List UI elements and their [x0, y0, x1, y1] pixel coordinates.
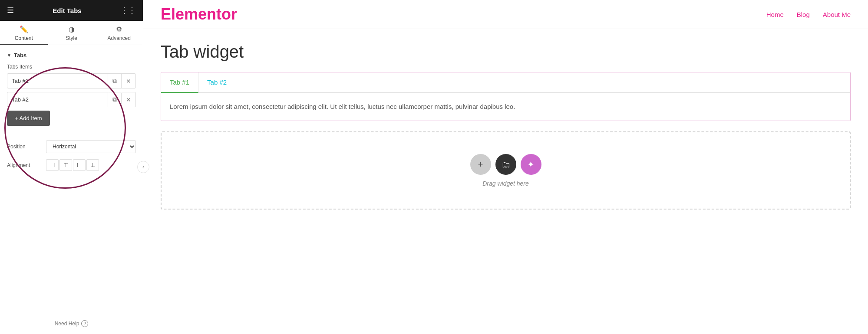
tab-widget-tabs: Tab #1 Tab #2 — [161, 72, 850, 93]
drop-zone-buttons: + 🗂 ✦ — [470, 154, 541, 175]
main-area: Tab widget Tab #1 Tab #2 Lorem ipsum dol… — [143, 29, 868, 334]
panel-tabs: ✏️ Content ◑ Style ⚙ Advanced — [0, 21, 143, 45]
tab-item-row-1: ⧉ ✕ — [7, 73, 136, 88]
drop-zone-text: Drag widget here — [482, 180, 529, 187]
add-item-button[interactable]: + Add Item — [7, 111, 50, 126]
nav-about-me[interactable]: About Me — [823, 11, 851, 18]
tab-style[interactable]: ◑ Style — [48, 21, 96, 45]
page-title: Tab widget — [161, 42, 851, 62]
tabs-section-label: Tabs — [14, 52, 26, 59]
tab-advanced-label: Advanced — [107, 35, 130, 41]
align-left-button[interactable]: ⊣ — [46, 159, 59, 171]
widget-tab-2[interactable]: Tab #2 — [198, 72, 235, 92]
tab-item-input-2[interactable] — [7, 93, 108, 106]
drop-zone: + 🗂 ✦ Drag widget here — [161, 131, 851, 210]
section-arrow-icon: ▼ — [7, 53, 11, 58]
left-panel: ☰ Edit Tabs ⋮⋮ ✏️ Content ◑ Style ⚙ Adva… — [0, 0, 143, 334]
hamburger-icon[interactable]: ☰ — [7, 6, 14, 15]
tab-item-input-1[interactable] — [7, 74, 108, 88]
collapse-panel-button[interactable]: ‹ — [137, 161, 149, 173]
nav-home[interactable]: Home — [766, 11, 784, 18]
tab-style-label: Style — [66, 35, 77, 41]
alignment-buttons: ⊣ ⊤ ⊢ ⊥ — [46, 159, 99, 171]
tab-widget: Tab #1 Tab #2 Lorem ipsum dolor sit amet… — [161, 72, 851, 121]
tab-content[interactable]: ✏️ Content — [0, 21, 48, 45]
align-justify-button[interactable]: ⊥ — [86, 159, 99, 171]
style-icon: ◑ — [69, 25, 75, 33]
tab-item-row-2: ⧉ ✕ — [7, 92, 136, 107]
panel-content: ▼ Tabs Tabs Items ⧉ ✕ ⧉ ✕ + Add Item — [0, 45, 143, 313]
tab-item-delete-1[interactable]: ✕ — [121, 74, 135, 88]
align-right-button[interactable]: ⊢ — [73, 159, 86, 171]
right-content: Elementor Home Blog About Me Tab widget … — [143, 0, 868, 334]
nav-blog[interactable]: Blog — [797, 11, 810, 18]
tab-item-copy-2[interactable]: ⧉ — [108, 92, 121, 107]
folder-icon: 🗂 — [502, 160, 510, 170]
help-icon: ? — [81, 320, 88, 327]
tab-widget-content: Lorem ipsum dolor sit amet, consectetur … — [161, 93, 850, 121]
ai-button[interactable]: ✦ — [521, 154, 541, 175]
position-row: Position Horizontal Vertical — [7, 140, 136, 153]
alignment-label: Alignment — [7, 162, 46, 168]
panel-header: ☰ Edit Tabs ⋮⋮ — [0, 0, 143, 21]
tabs-items-label: Tabs Items — [7, 64, 136, 70]
tab-content-label: Content — [15, 35, 33, 41]
add-widget-button[interactable]: + — [470, 154, 491, 175]
tab-advanced[interactable]: ⚙ Advanced — [95, 21, 143, 45]
need-help-label: Need Help — [55, 321, 79, 327]
site-logo: Elementor — [161, 5, 237, 23]
panel-header-title: Edit Tabs — [53, 7, 81, 14]
tabs-section-header[interactable]: ▼ Tabs — [7, 52, 136, 59]
add-item-label: + Add Item — [15, 115, 42, 121]
templates-button[interactable]: 🗂 — [495, 154, 516, 175]
nav-links: Home Blog About Me — [766, 11, 851, 18]
position-label: Position — [7, 144, 46, 150]
top-nav: Elementor Home Blog About Me — [143, 0, 868, 29]
magic-icon: ✦ — [527, 159, 535, 170]
tab-item-copy-1[interactable]: ⧉ — [108, 74, 121, 88]
advanced-icon: ⚙ — [116, 25, 122, 33]
need-help[interactable]: Need Help ? — [0, 313, 143, 334]
tab-item-delete-2[interactable]: ✕ — [121, 93, 135, 107]
alignment-row: Alignment ⊣ ⊤ ⊢ ⊥ — [7, 159, 136, 171]
grid-icon[interactable]: ⋮⋮ — [120, 6, 136, 15]
position-select[interactable]: Horizontal Vertical — [46, 140, 136, 153]
widget-tab-1[interactable]: Tab #1 — [161, 72, 198, 93]
section-divider — [7, 133, 136, 133]
align-center-button[interactable]: ⊤ — [59, 159, 72, 171]
content-icon: ✏️ — [20, 25, 28, 33]
plus-icon: + — [478, 160, 483, 170]
